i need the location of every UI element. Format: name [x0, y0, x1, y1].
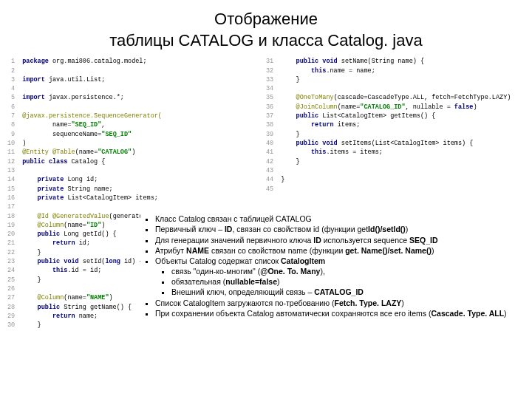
note-item: Для генерации значений первичного ключа …: [155, 235, 507, 245]
note-item: Список CatalogItem загружаются по-требов…: [155, 298, 507, 308]
slide-title: Отображение таблицы CATALOG и класса Cat…: [0, 0, 532, 57]
note-subitem: Внешний ключ, определяющий связь – CATAL…: [171, 287, 507, 297]
line-numbers-left: 1 2 3 4 5 6 7 8 9 10 11 12 13 14 15 16 1…: [7, 57, 22, 330]
note-item: Объекты Catalog содержат список CatalogI…: [155, 256, 507, 298]
note-item: Первичный ключ – ID, связан со свойством…: [155, 224, 507, 234]
content-area: 1 2 3 4 5 6 7 8 9 10 11 12 13 14 15 16 1…: [0, 57, 532, 330]
notes-box: Класс Catalog связан с таблицей CATALOG …: [140, 211, 511, 321]
note-item: При сохранении объекта Catalog автоматич…: [155, 308, 507, 318]
note-subitem: обязательная (nullable=false): [171, 276, 507, 287]
note-item: Класс Catalog связан с таблицей CATALOG: [155, 214, 507, 224]
note-item: Атрибут NAME связан со свойством name (ф…: [155, 245, 507, 256]
note-subitem: связь "один-ко-многим" (@One. To. Many),: [171, 266, 507, 276]
